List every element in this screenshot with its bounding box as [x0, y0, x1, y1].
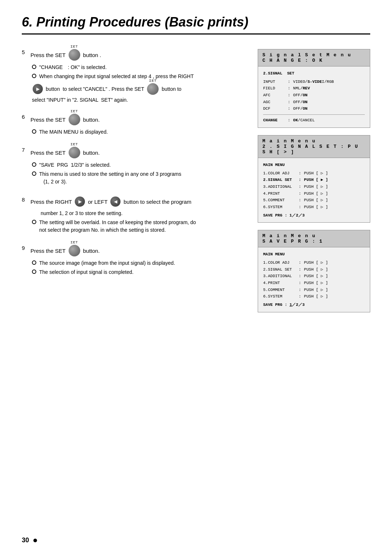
- bullet-text: The setting will be overlaid. In case of…: [39, 219, 196, 234]
- main-menu-signal-box: M a i n M e n u 2 . S I G N A L S E T : …: [258, 135, 370, 223]
- set-button-5b[interactable]: ΣET: [147, 83, 159, 95]
- step-5-section: 5 Press the SET ΣET button . "CHANGE : O…: [22, 49, 243, 103]
- menu-row-signal-set: 2.SIGNAL SET : PUSH [ ▶ ]: [263, 177, 365, 183]
- menu-row-print: 4.PRINT : PUSH [ ▷ ]: [263, 190, 365, 197]
- bullet-circle: [32, 74, 36, 78]
- page-dot: [33, 539, 37, 542]
- menu-row-system-2: 6.SYSTEM : PUSH [ ▷ ]: [263, 293, 365, 300]
- main-menu-title: MAIN MENU: [263, 162, 365, 169]
- step-9-number: 9: [22, 245, 28, 251]
- menu-row-change: CHANGE : OK/CANCEL: [263, 117, 365, 124]
- menu-row-additional: 3.ADDITIONAL : PUSH [ ▷ ]: [263, 183, 365, 190]
- signal-menu-header-line2: C H A N G E : O K: [262, 58, 366, 63]
- menu-row-system: 6.SYSTEM : PUSH [ ▷ ]: [263, 204, 365, 211]
- main-menu-save-header: M a i n M e n u S A V E P R G : 1: [258, 230, 370, 247]
- step-7-bullets: "SAVE PRG 1/2/3" is selected. This menu …: [32, 161, 243, 186]
- page-title: 6. Printing Procedures (Basic prints): [22, 15, 370, 35]
- set-button-9[interactable]: ΣET: [69, 245, 80, 256]
- step-5-inline-row: ▶ button to select "CANCEL" . Press the …: [32, 83, 243, 95]
- sigma-label: ΣET: [71, 109, 78, 113]
- bullet-circle: [32, 260, 36, 265]
- page-number-area: 30: [22, 536, 37, 544]
- bullet-text: number 1, 2 or 3 to store the setting.: [41, 210, 123, 217]
- sub-instruction-text2: button to: [162, 86, 181, 92]
- bullet-item: The selection of input signal is complet…: [32, 268, 243, 276]
- menu-row-color-adj: 1.COLOR ADJ : PUSH [ ▷ ]: [263, 170, 365, 177]
- main-menu-save-title: MAIN MENU: [263, 251, 365, 258]
- step-8-text: Press the RIGHT ▶ or LEFT ◀ button to se…: [30, 197, 191, 207]
- main-menu-signal-header-line2: 2 . S I G N A L S E T : P U S H [ > ]: [262, 144, 366, 155]
- menu-save-prg-line-2: SAVE PRG : 1／2／3: [263, 301, 365, 308]
- bullet-item: "CHANGE : OK" is selected.: [32, 64, 243, 71]
- step-8-bullets: number 1, 2 or 3 to store the setting. T…: [32, 210, 243, 234]
- bullet-text: The MAIN MENU is displayed.: [39, 128, 108, 136]
- step-5-sub-text: select "INPUT" in "2. SIGNAL SET" again.: [32, 97, 243, 103]
- main-menu-signal-content: MAIN MENU 1.COLOR ADJ : PUSH [ ▷ ] 2.SIG…: [258, 158, 370, 223]
- right-arrow-button-8[interactable]: ▶: [75, 197, 85, 207]
- menu-row-agc: AGC : OFF/ON: [263, 99, 365, 106]
- menu-save-prg-line: SAVE PRG : 1／2／3: [263, 212, 365, 219]
- bullet-text: This menu is used to store the setting i…: [39, 170, 181, 186]
- left-arrow-button-8[interactable]: ◀: [110, 197, 121, 207]
- sub-instruction-text: button to select "CANCEL" . Press the SE…: [46, 86, 144, 92]
- step-5-text-before: Press the SET ΣET button .: [30, 49, 101, 61]
- set-button-7[interactable]: ΣET: [69, 147, 80, 158]
- bullet-circle: [32, 65, 36, 69]
- step-8-number: 8: [22, 197, 28, 203]
- bullet-item: The source image (image from the input s…: [32, 259, 243, 267]
- bullet-text: "CHANGE : OK" is selected.: [39, 64, 107, 71]
- step-6-bullets: The MAIN MENU is displayed.: [32, 128, 243, 136]
- bullet-circle: [32, 171, 36, 176]
- bullet-text: The source image (image from the input s…: [39, 259, 175, 267]
- bullet-circle: [32, 129, 36, 134]
- step-5-number: 5: [22, 49, 28, 55]
- menu-row-comment: 5.COMMENT : PUSH [ ▷ ]: [263, 197, 365, 204]
- bullet-item: When changing the input signal selected …: [32, 73, 243, 80]
- menu-row-input: INPUT : VIDEO/S-VIDEI/RGB: [263, 78, 365, 85]
- step-6-number: 6: [22, 114, 28, 120]
- bullet-item: This menu is used to store the setting i…: [32, 170, 243, 186]
- bullet-text: When changing the input signal selected …: [39, 73, 194, 80]
- step-9-bullets: The source image (image from the input s…: [32, 259, 243, 276]
- step-8-section: 8 Press the RIGHT ▶ or LEFT ◀ button to …: [22, 197, 243, 234]
- main-menu-signal-header-line1: M a i n M e n u: [262, 138, 366, 144]
- bullet-circle: [32, 162, 36, 167]
- main-menu-save-header-line2: S A V E P R G : 1: [262, 239, 366, 244]
- bullet-circle: [32, 220, 36, 224]
- step-9-section: 9 Press the SET ΣET button. The source i…: [22, 245, 243, 276]
- bullet-circle: [32, 270, 36, 274]
- bullet-text: "SAVE PRG 1/2/3" is selected.: [39, 161, 111, 169]
- step-7-text: Press the SET ΣET button.: [30, 147, 100, 158]
- menu-row-color-adj-2: 1.COLOR ADJ : PUSH [ ▷ ]: [263, 259, 365, 266]
- menu-row-print-2: 4.PRINT : PUSH [ ▷ ]: [263, 280, 365, 287]
- set-button-5[interactable]: ΣET: [69, 49, 80, 61]
- step-6-section: 6 Press the SET ΣET button. The MAIN MEN…: [22, 114, 243, 136]
- menu-row-additional-2: 3.ADDITIONAL : PUSH [ ▷ ]: [263, 273, 365, 280]
- set-button-6[interactable]: ΣET: [69, 114, 80, 125]
- bullet-item: number 1, 2 or 3 to store the setting.: [32, 210, 243, 217]
- right-arrow-button[interactable]: ▶: [33, 84, 43, 94]
- menu-row-afc: AFC : OFF/ON: [263, 92, 365, 99]
- bullet-text: The selection of input signal is complet…: [39, 268, 134, 276]
- bullet-item: The setting will be overlaid. In case of…: [32, 219, 243, 234]
- signal-menu-header-line1: S i g n a l S e t M e n u: [262, 52, 366, 58]
- menu-row-dcf: DCF : OFF/ON: [263, 105, 365, 112]
- step-6-text: Press the SET ΣET button.: [30, 114, 100, 125]
- signal-set-menu-header: S i g n a l S e t M e n u C H A N G E : …: [258, 49, 370, 66]
- menu-row-signal-set-2: 2.SIGNAL SET : PUSH [ ▷ ]: [263, 266, 365, 273]
- page-number: 30: [22, 536, 29, 544]
- sigma-label: ΣET: [149, 79, 156, 82]
- signal-set-menu-box: S i g n a l S e t M e n u C H A N G E : …: [258, 49, 370, 128]
- step-7-section: 7 Press the SET ΣET button. "SAVE PRG 1/…: [22, 147, 243, 186]
- step-7-number: 7: [22, 147, 28, 153]
- bullet-item: "SAVE PRG 1/2/3" is selected.: [32, 161, 243, 169]
- main-menu-signal-header: M a i n M e n u 2 . S I G N A L S E T : …: [258, 135, 370, 158]
- sigma-label: ΣET: [71, 45, 78, 48]
- menu-row-field: FIELD : NML/REV: [263, 85, 365, 92]
- step-5-bullets: "CHANGE : OK" is selected. When changing…: [32, 64, 243, 80]
- sigma-label: ΣET: [71, 240, 78, 244]
- menu-row-comment-2: 5.COMMENT : PUSH [ ▷ ]: [263, 287, 365, 293]
- main-menu-save-header-line1: M a i n M e n u: [262, 233, 366, 239]
- sigma-label: ΣET: [71, 142, 78, 146]
- main-menu-save-content: MAIN MENU 1.COLOR ADJ : PUSH [ ▷ ] 2.SIG…: [258, 247, 370, 312]
